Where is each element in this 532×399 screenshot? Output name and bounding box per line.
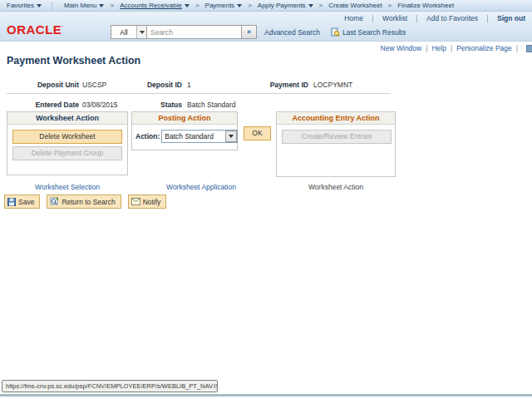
entered-date-label: Entered Date [7,101,79,109]
search-results-icon [331,27,340,37]
return-to-search-button-label: Return to Search [62,198,115,206]
home-link[interactable]: Home [344,14,363,22]
double-chevron-icon: » [247,27,251,36]
last-search-results-link[interactable]: Last Search Results [342,28,406,37]
breadcrumb-label: Create Worksheet [328,2,382,9]
chevron-down-icon [185,4,190,7]
chevron-down-icon [308,4,313,7]
breadcrumb-label: Main Menu [64,2,97,9]
page-title: Payment Worksheet Action [7,55,140,66]
action-label: Action: [135,132,160,140]
return-to-search-icon [50,197,59,206]
breadcrumb-label: Finalize Worksheet [397,2,454,9]
utility-links: Home Worklist Add to Favorites Sign out [344,14,525,22]
search-bar: All » Advanced Search Last Search Result… [111,25,406,39]
oracle-logo: ORACLE’ [7,22,64,37]
posting-action-row: Action: Batch Standard [135,130,238,143]
payment-id-label: Payment ID [233,81,308,89]
posting-action-header: Posting Action [132,112,237,125]
breadcrumb-separator-icon: > [110,2,114,9]
return-to-search-button[interactable]: Return to Search [47,195,121,209]
select-dropdown-button[interactable] [225,131,237,142]
breadcrumb-separator-icon: > [195,2,200,9]
accounting-entry-groupbox: Accounting Entry Action Create/Review En… [276,111,396,177]
divider [372,15,373,22]
posting-action-groupbox: Posting Action Action: Batch Standard [131,111,238,150]
worksheet-application-link[interactable]: Worksheet Application [166,183,236,191]
search-scope-value: All [111,28,136,37]
notify-button-label: Notify [143,198,161,206]
breadcrumb-favorites[interactable]: Favorites [7,2,42,9]
accounting-entry-header: Accounting Entry Action [277,112,395,125]
search-go-button[interactable]: » [242,25,257,39]
status-bar-url: https://fms-cnv.ps.sc.edu/psp/FCNV/EMPLO… [6,382,218,390]
breadcrumb-label: Apply Payments [258,2,306,9]
advanced-search-link[interactable]: Advanced Search [264,28,320,37]
divider: | [426,44,427,52]
scope-dropdown-button[interactable] [136,26,146,38]
help-link[interactable]: Help [431,44,446,52]
notify-button[interactable]: Notify [128,195,167,209]
divider: | [451,44,452,52]
toolbar: Save Return to Search Notify [4,195,166,209]
chevron-down-icon [99,4,104,7]
worksheet-action-header: Worksheet Action [7,112,127,125]
peoplesoft-screen: Favorites Main Menu > Accounts Receivabl… [0,0,532,399]
status-label: Status [108,101,182,109]
delete-worksheet-button[interactable]: Delete Worksheet [12,130,122,144]
worksheet-selection-link-wrap: Worksheet Selection [7,183,128,191]
deposit-unit-value: USCSP [82,81,106,89]
breadcrumb-main-menu[interactable]: Main Menu [64,2,105,9]
breadcrumb-accounts-receivable[interactable]: Accounts Receivable [120,2,190,9]
breadcrumb-create-worksheet[interactable]: Create Worksheet [328,2,382,9]
header-banner: Home Worklist Add to Favorites Sign out … [0,12,532,42]
chevron-down-icon [229,135,234,138]
window-edge-strip [0,394,532,397]
worksheet-selection-link[interactable]: Worksheet Selection [35,183,100,191]
breadcrumb-payments[interactable]: Payments [205,2,243,9]
sign-out-link[interactable]: Sign out [497,14,525,22]
save-button[interactable]: Save [4,195,40,209]
deposit-unit-label: Deposit Unit [7,81,79,89]
breadcrumb: Favorites Main Menu > Accounts Receivabl… [0,0,532,12]
divider: | [516,44,518,52]
breadcrumb-separator-icon: > [319,2,323,9]
deposit-id-value: 1 [187,81,191,89]
breadcrumb-label: Accounts Receivable [120,2,182,9]
worklist-link[interactable]: Worklist [382,14,407,22]
divider [487,15,488,22]
worksheet-action-groupbox: Worksheet Action Delete Worksheet Delete… [7,111,128,175]
worksheet-action-current-page: Worksheet Action [276,183,396,191]
status-bar: https://fms-cnv.ps.sc.edu/psp/FCNV/EMPLO… [2,380,218,392]
delete-payment-group-button: Delete Payment Group [12,146,122,160]
deposit-id-label: Deposit ID [108,81,182,89]
oracle-logo-text: ORACLE [7,22,62,37]
window-grid-icon[interactable] [526,45,532,52]
search-input[interactable] [147,25,242,39]
worksheet-application-link-wrap: Worksheet Application [131,183,271,191]
breadcrumb-apply-payments[interactable]: Apply Payments [258,2,313,9]
posting-action-select[interactable]: Batch Standard [161,130,238,143]
chevron-down-icon [140,31,145,34]
search-scope-select[interactable]: All [111,25,147,39]
posting-action-selected-value: Batch Standard [162,132,225,140]
create-review-entries-button: Create/Review Entries [282,130,392,144]
chevron-down-icon [37,4,42,7]
new-window-link[interactable]: New Window [381,44,422,52]
save-disk-icon [7,198,16,206]
breadcrumb-finalize-worksheet[interactable]: Finalize Worksheet [397,2,454,9]
last-search-results: Last Search Results [331,27,406,37]
notify-envelope-icon [131,198,140,205]
status-value: Batch Standard [187,101,236,109]
breadcrumb-label: Payments [205,2,235,9]
page-links: New Window | Help | Personalize Page | [381,44,532,52]
divider [416,15,417,22]
divider [7,93,391,94]
breadcrumb-separator-icon: > [388,2,392,9]
add-to-favorites-link[interactable]: Add to Favorites [426,14,478,22]
breadcrumb-label: Favorites [7,2,34,9]
save-button-label: Save [18,198,34,206]
ok-button[interactable]: OK [244,126,271,140]
personalize-page-link[interactable]: Personalize Page [456,44,512,52]
chevron-down-icon [237,4,242,7]
